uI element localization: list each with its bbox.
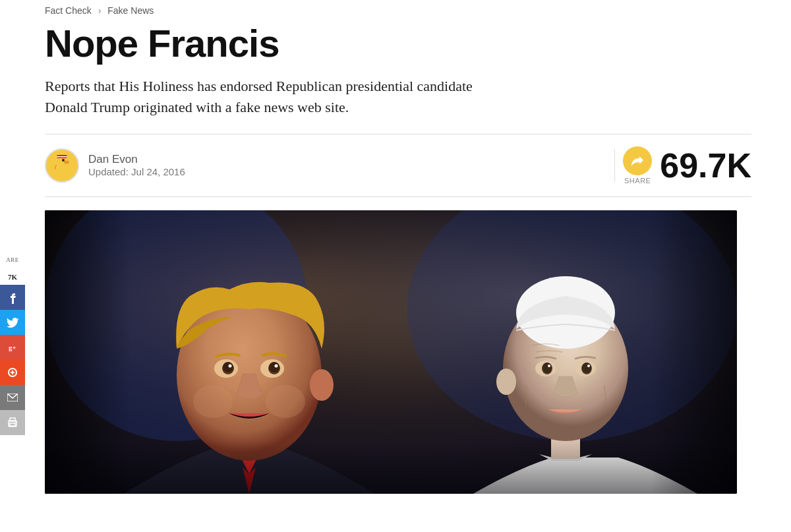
svg-point-5 (15, 422, 16, 423)
sidebar-count: 7K (0, 269, 25, 285)
svg-point-39 (582, 363, 591, 373)
svg-rect-3 (10, 418, 15, 421)
author-name: Dan Evon (88, 153, 185, 166)
author-avatar (45, 148, 79, 183)
share-label-text: SHARE (624, 177, 651, 185)
author-info: Dan Evon Updated: Jul 24, 2016 (88, 153, 185, 177)
sidebar-count-text: 7K (8, 273, 17, 281)
share-arrow-icon[interactable] (623, 146, 652, 175)
sidebar-twitter-btn[interactable] (0, 310, 25, 335)
svg-point-27 (275, 364, 278, 367)
sidebar-print-btn[interactable] (0, 410, 25, 435)
sidebar-google-btn[interactable]: g+ (0, 335, 25, 360)
sidebar-stumble-btn[interactable] (0, 360, 25, 385)
svg-point-41 (587, 365, 590, 367)
svg-point-26 (229, 364, 232, 367)
article-subtitle: Reports that His Holiness has endorsed R… (45, 76, 493, 118)
sidebar-share-label: ARE (0, 251, 25, 269)
social-sidebar: ARE 7K g+ (0, 0, 25, 532)
svg-point-9 (64, 160, 69, 163)
svg-point-24 (223, 362, 233, 372)
author-left: Dan Evon Updated: Jul 24, 2016 (45, 148, 185, 183)
svg-point-38 (542, 363, 552, 373)
svg-point-8 (62, 159, 65, 162)
sidebar-share-text: ARE (6, 256, 19, 263)
svg-rect-4 (10, 423, 15, 426)
breadcrumb-part2: Fake News (107, 5, 154, 16)
share-vertical-divider (614, 149, 615, 182)
main-content: Fact Check › Fake News Nope Francis Repo… (25, 0, 791, 532)
svg-rect-45 (45, 441, 737, 494)
svg-point-25 (269, 362, 279, 372)
share-right: SHARE 69.7K (614, 146, 751, 185)
author-date: Updated: Jul 24, 2016 (88, 166, 185, 177)
share-icon-box: SHARE (623, 146, 652, 185)
svg-point-30 (310, 369, 334, 401)
breadcrumb-fakenews[interactable]: Fake News (107, 5, 154, 16)
breadcrumb-part1: Fact Check (45, 5, 92, 16)
svg-point-29 (266, 385, 305, 418)
page-wrapper: ARE 7K g+ (0, 0, 791, 532)
share-count: 69.7K (660, 148, 751, 183)
svg-point-42 (496, 369, 516, 395)
breadcrumb-factcheck[interactable]: Fact Check (45, 5, 94, 16)
svg-point-40 (548, 365, 550, 367)
breadcrumb: Fact Check › Fake News (45, 5, 751, 16)
article-title: Nope Francis (45, 24, 751, 64)
svg-rect-11 (57, 156, 67, 158)
divider-top (45, 134, 751, 134)
breadcrumb-separator: › (98, 5, 102, 16)
sidebar-facebook-btn[interactable] (0, 285, 25, 310)
svg-point-28 (193, 385, 233, 418)
article-image (45, 210, 737, 494)
author-row: Dan Evon Updated: Jul 24, 2016 SHARE 6 (45, 146, 751, 197)
sidebar-email-btn[interactable] (0, 385, 25, 410)
